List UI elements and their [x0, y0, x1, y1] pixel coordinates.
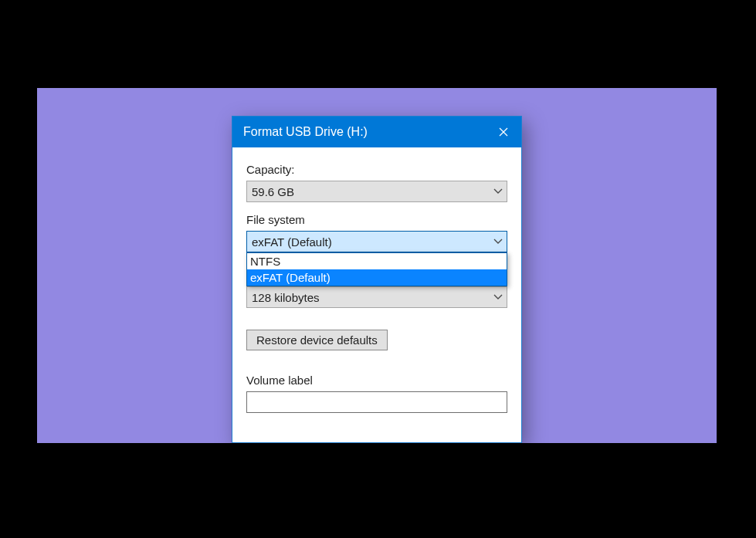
filesystem-option-ntfs[interactable]: NTFS: [247, 253, 507, 269]
volume-label-label: Volume label: [246, 374, 507, 387]
chevron-down-icon: [493, 181, 503, 202]
filesystem-label: File system: [246, 213, 507, 226]
chevron-down-icon: [493, 286, 503, 308]
close-icon: [499, 124, 508, 140]
capacity-value: 59.6 GB: [252, 185, 294, 198]
filesystem-value: exFAT (Default): [252, 235, 332, 249]
dialog-body: Capacity: 59.6 GB File system exFAT (Def…: [232, 147, 521, 413]
restore-defaults-button[interactable]: Restore device defaults: [246, 330, 388, 350]
chevron-down-icon: [493, 231, 503, 252]
restore-defaults-label: Restore device defaults: [256, 333, 378, 347]
filesystem-combobox[interactable]: exFAT (Default) NTFS exFAT (Default): [246, 231, 507, 252]
window-title: Format USB Drive (H:): [243, 125, 368, 139]
titlebar[interactable]: Format USB Drive (H:): [232, 117, 521, 147]
volume-label-input[interactable]: [246, 391, 507, 413]
close-button[interactable]: [486, 117, 521, 147]
capacity-label: Capacity:: [246, 163, 507, 176]
filesystem-option-exfat[interactable]: exFAT (Default): [247, 269, 507, 286]
filesystem-dropdown: NTFS exFAT (Default): [246, 252, 507, 286]
capacity-combobox[interactable]: 59.6 GB: [246, 181, 507, 202]
format-dialog: Format USB Drive (H:) Capacity: 59.6 GB …: [232, 116, 522, 443]
allocation-value: 128 kilobytes: [252, 291, 320, 304]
allocation-combobox[interactable]: 128 kilobytes: [246, 286, 507, 308]
